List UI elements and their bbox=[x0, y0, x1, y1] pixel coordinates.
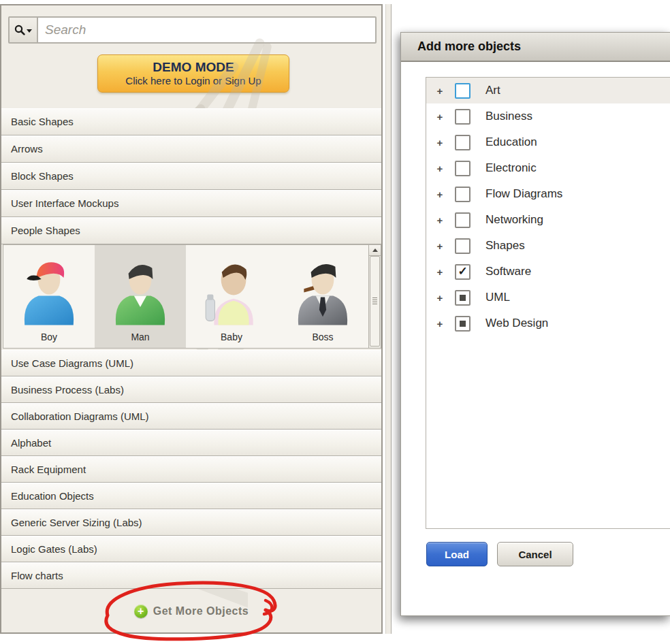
baby-avatar-icon bbox=[200, 257, 263, 332]
library-footer: + Get More Objects bbox=[1, 589, 381, 634]
category-use-case-uml[interactable]: Use Case Diagrams (UML) bbox=[1, 350, 381, 376]
tree-label: Education bbox=[485, 135, 537, 149]
category-basic-shapes[interactable]: Basic Shapes bbox=[1, 108, 381, 135]
dialog-buttons: Load Cancel bbox=[426, 542, 573, 566]
category-rack-equipment[interactable]: Rack Equipment bbox=[1, 456, 381, 483]
category-label: People Shapes bbox=[11, 225, 80, 236]
expand-icon[interactable]: + bbox=[434, 111, 445, 123]
demo-mode-title: DEMO MODE bbox=[153, 60, 234, 75]
category-logic-gates[interactable]: Logic Gates (Labs) bbox=[1, 536, 381, 562]
checkbox-education[interactable] bbox=[455, 135, 470, 150]
tree-row-electronic[interactable]: + Electronic bbox=[426, 155, 670, 181]
shape-item-boss[interactable]: Boss bbox=[277, 245, 368, 348]
tree-row-flow-diagrams[interactable]: + Flow Diagrams bbox=[426, 181, 670, 207]
category-generic-server-sizing[interactable]: Generic Server Sizing (Labs) bbox=[1, 509, 381, 536]
demo-mode-button[interactable]: DEMO MODE Click here to Login or Sign Up bbox=[97, 54, 289, 93]
add-more-objects-dialog: Add more objects + Art + Business + Educ… bbox=[400, 32, 670, 616]
demo-mode-subtitle: Click here to Login or Sign Up bbox=[125, 75, 261, 87]
boy-avatar-icon bbox=[18, 257, 80, 332]
category-label: Business Process (Labs) bbox=[11, 384, 124, 396]
category-label: Collaboration Diagrams (UML) bbox=[11, 410, 149, 422]
checkbox-art[interactable] bbox=[455, 83, 470, 99]
expand-icon[interactable]: + bbox=[434, 189, 445, 200]
category-list-top: Basic Shapes Arrows Block Shapes User In… bbox=[1, 108, 381, 244]
category-label: Education Objects bbox=[11, 490, 94, 502]
checkbox-electronic[interactable] bbox=[455, 161, 470, 176]
search-input[interactable] bbox=[38, 18, 375, 42]
checkbox-software[interactable] bbox=[455, 264, 470, 280]
search-icon bbox=[14, 25, 25, 35]
expand-icon[interactable]: + bbox=[434, 163, 445, 174]
category-people-shapes[interactable]: People Shapes bbox=[1, 217, 381, 244]
arrow-up-icon bbox=[372, 248, 378, 252]
tree-label: Shapes bbox=[485, 239, 525, 253]
shape-item-boy[interactable]: Boy bbox=[3, 245, 95, 348]
expand-icon[interactable]: + bbox=[434, 214, 445, 226]
checkbox-uml[interactable] bbox=[455, 290, 470, 306]
tree-label: Electronic bbox=[485, 161, 537, 175]
checkbox-flow-diagrams[interactable] bbox=[455, 187, 470, 202]
scrollbar-thumb[interactable] bbox=[370, 256, 380, 347]
shape-item-man[interactable]: Man bbox=[95, 245, 186, 348]
search-scope-button[interactable] bbox=[10, 18, 38, 42]
get-more-objects-button[interactable]: + Get More Objects bbox=[134, 605, 249, 618]
shape-library-panel: DEMO MODE Click here to Login or Sign Up… bbox=[0, 4, 383, 634]
category-ui-mockups[interactable]: User Interface Mockups bbox=[1, 190, 381, 217]
shape-item-label: Man bbox=[131, 332, 149, 342]
category-collaboration-uml[interactable]: Collaboration Diagrams (UML) bbox=[1, 403, 381, 430]
category-flow-charts[interactable]: Flow charts bbox=[1, 562, 381, 589]
expand-icon[interactable]: + bbox=[434, 266, 445, 278]
checkbox-business[interactable] bbox=[455, 109, 470, 125]
app-canvas: DEMO MODE Click here to Login or Sign Up… bbox=[0, 0, 670, 644]
tree-label: Art bbox=[485, 84, 500, 97]
cancel-button[interactable]: Cancel bbox=[497, 542, 573, 566]
category-arrows[interactable]: Arrows bbox=[1, 135, 381, 163]
tree-row-shapes[interactable]: + Shapes bbox=[426, 233, 670, 259]
panel-splitter[interactable] bbox=[385, 4, 392, 634]
category-list-bottom: Use Case Diagrams (UML) Business Process… bbox=[1, 350, 381, 589]
tree-row-web-design[interactable]: + Web Design bbox=[426, 310, 670, 336]
category-label: User Interface Mockups bbox=[11, 197, 118, 209]
tree-row-education[interactable]: + Education bbox=[426, 129, 670, 155]
expand-icon[interactable]: + bbox=[434, 85, 445, 97]
checkbox-web-design[interactable] bbox=[455, 316, 470, 332]
scroll-up-button[interactable] bbox=[369, 245, 381, 256]
category-label: Logic Gates (Labs) bbox=[11, 543, 97, 555]
dialog-title: Add more objects bbox=[401, 39, 521, 54]
category-label: Flow charts bbox=[11, 570, 63, 581]
category-label: Alphabet bbox=[11, 437, 51, 449]
checkbox-shapes[interactable] bbox=[455, 238, 470, 254]
tree-label: Flow Diagrams bbox=[485, 187, 562, 201]
shape-item-baby[interactable]: Baby bbox=[186, 245, 277, 348]
people-shapes-drawer: Boy Man bbox=[3, 244, 381, 349]
people-scrollbar bbox=[368, 245, 381, 348]
category-education-objects[interactable]: Education Objects bbox=[1, 483, 381, 509]
category-label: Arrows bbox=[11, 143, 43, 155]
expand-icon[interactable]: + bbox=[434, 137, 445, 148]
man-avatar-icon bbox=[109, 257, 172, 332]
tree-label: Software bbox=[485, 265, 531, 278]
category-label: Block Shapes bbox=[11, 170, 74, 182]
shape-item-label: Boy bbox=[41, 332, 57, 342]
tree-label: Networking bbox=[485, 213, 543, 227]
get-more-objects-label: Get More Objects bbox=[153, 605, 249, 617]
checkbox-networking[interactable] bbox=[455, 212, 470, 228]
category-block-shapes[interactable]: Block Shapes bbox=[1, 163, 381, 190]
category-business-process[interactable]: Business Process (Labs) bbox=[1, 376, 381, 403]
tree-row-uml[interactable]: + UML bbox=[426, 285, 670, 310]
load-button[interactable]: Load bbox=[426, 542, 488, 566]
expand-icon[interactable]: + bbox=[434, 318, 445, 329]
tree-row-business[interactable]: + Business bbox=[426, 103, 670, 129]
tree-row-networking[interactable]: + Networking bbox=[426, 207, 670, 233]
grip-icon bbox=[372, 297, 377, 306]
shape-item-label: Baby bbox=[221, 332, 242, 342]
category-label: Generic Server Sizing (Labs) bbox=[11, 517, 142, 528]
shape-item-label: Boss bbox=[312, 332, 333, 342]
chevron-down-icon bbox=[27, 29, 32, 33]
plus-icon: + bbox=[134, 605, 148, 618]
tree-row-software[interactable]: + Software bbox=[426, 259, 670, 285]
category-alphabet[interactable]: Alphabet bbox=[1, 430, 381, 456]
expand-icon[interactable]: + bbox=[434, 240, 445, 252]
tree-row-art[interactable]: + Art bbox=[426, 78, 670, 103]
expand-icon[interactable]: + bbox=[434, 292, 445, 304]
